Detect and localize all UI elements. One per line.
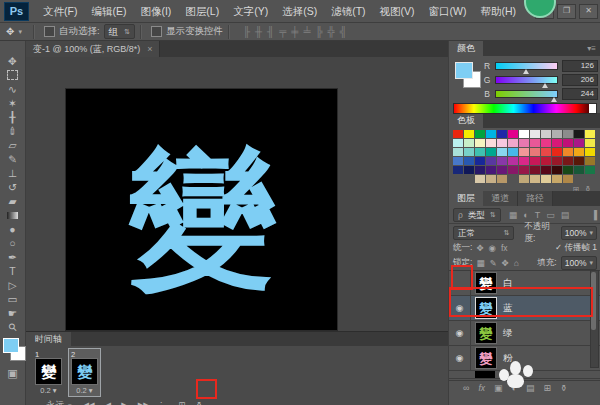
layer-row-绿[interactable]: ◉變绿: [449, 321, 600, 346]
auto-select-dropdown[interactable]: 组 ⇅: [104, 24, 135, 39]
align-icon-1[interactable]: ╫: [255, 26, 262, 37]
lock-icon-3[interactable]: ⌂: [514, 258, 519, 268]
color-swatch[interactable]: [497, 166, 507, 174]
color-swatch[interactable]: [585, 166, 595, 174]
foreground-color-swatch[interactable]: [455, 62, 473, 79]
layer-row-蓝[interactable]: ◉變蓝: [449, 296, 600, 321]
color-swatch[interactable]: [464, 139, 474, 147]
color-swatch[interactable]: [563, 130, 573, 138]
color-swatch[interactable]: [486, 148, 496, 156]
channel-slider-g[interactable]: [495, 76, 558, 84]
color-swatch[interactable]: [486, 157, 496, 165]
menu-item-滤[interactable]: 滤镜(T): [324, 0, 372, 22]
color-swatch[interactable]: [453, 139, 463, 147]
filter-kind-icon-2[interactable]: T: [535, 210, 541, 220]
link-layers-icon[interactable]: ∞: [463, 383, 469, 393]
color-swatch[interactable]: [464, 175, 474, 183]
menu-item-图[interactable]: 图像(I): [133, 0, 178, 22]
move-tool[interactable]: ✥: [3, 54, 22, 68]
color-swatch[interactable]: [497, 175, 507, 183]
color-panel-tab[interactable]: 颜色: [449, 41, 483, 56]
color-swatch[interactable]: [486, 139, 496, 147]
propagate-frame-checkbox[interactable]: ✓ 传播帧 1: [555, 242, 597, 254]
align-icon-6[interactable]: ╠: [315, 26, 322, 37]
color-swatch[interactable]: [464, 148, 474, 156]
filter-kind-icon-3[interactable]: ▭: [546, 210, 555, 220]
new-group-icon[interactable]: ▤: [526, 383, 535, 393]
slider-thumb-icon[interactable]: [523, 69, 529, 74]
color-swatch[interactable]: [453, 130, 463, 138]
frame-delay[interactable]: 0.2 ▾: [71, 386, 98, 395]
first-frame-button[interactable]: ◀◀: [83, 401, 94, 405]
loop-dropdown[interactable]: 永远 ▾: [46, 399, 72, 405]
color-swatch[interactable]: [453, 175, 463, 183]
channel-value-b[interactable]: 244: [562, 88, 598, 100]
adjustment-layer-icon[interactable]: ◐: [512, 383, 517, 393]
color-swatch[interactable]: [530, 157, 540, 165]
color-swatch[interactable]: [508, 130, 518, 138]
align-icon-0[interactable]: ╟: [243, 26, 250, 37]
delete-frame-button[interactable]: ⚱: [195, 401, 201, 405]
timeline-tab[interactable]: 时间轴: [26, 332, 71, 346]
color-swatch[interactable]: [486, 130, 496, 138]
layer-visibility-toggle[interactable]: ◉: [449, 346, 471, 370]
lock-icon-1[interactable]: ✎: [489, 258, 496, 268]
layer-visibility-toggle[interactable]: ◉: [449, 321, 471, 345]
color-swatch[interactable]: [519, 139, 529, 147]
color-swatch[interactable]: [585, 139, 595, 147]
new-layer-icon[interactable]: ⊞: [544, 383, 552, 393]
color-swatch[interactable]: [508, 175, 518, 183]
color-swatch[interactable]: [574, 157, 584, 165]
frame-delay[interactable]: 0.2 ▾: [35, 386, 62, 395]
color-swatch[interactable]: [563, 166, 573, 174]
lock-icon-2[interactable]: ✥: [502, 258, 509, 268]
layer-row-白[interactable]: 變白: [449, 271, 600, 296]
color-swatch[interactable]: [519, 148, 529, 156]
color-swatch[interactable]: [519, 166, 529, 174]
color-swatch[interactable]: [574, 130, 584, 138]
magic-wand-tool[interactable]: ✶: [3, 96, 22, 110]
align-icon-5[interactable]: ╧: [303, 26, 310, 37]
lasso-tool[interactable]: ∿: [3, 82, 22, 96]
animation-frame-1[interactable]: 1變0.2 ▾: [33, 349, 64, 396]
shape-tool[interactable]: ▭: [3, 292, 22, 306]
layers-scrollbar[interactable]: [590, 270, 599, 368]
panel-menu-icon[interactable]: ▾≡: [587, 41, 600, 56]
gradient-tool[interactable]: [3, 208, 22, 222]
unify-icon-0[interactable]: ✥: [476, 243, 483, 253]
color-swatch[interactable]: [519, 175, 529, 183]
slider-thumb-icon[interactable]: [542, 83, 548, 88]
color-swatch[interactable]: [552, 148, 562, 156]
layers-panel-tab-0[interactable]: 图层: [449, 191, 483, 206]
filter-kind-icon-1[interactable]: ◐: [523, 210, 528, 220]
channel-slider-b[interactable]: [495, 90, 558, 98]
filter-kind-icon-4[interactable]: ▤: [561, 210, 570, 220]
color-swatch[interactable]: [464, 166, 474, 174]
menu-item-选[interactable]: 选择(S): [275, 0, 324, 22]
color-swatch[interactable]: [530, 139, 540, 147]
color-swatch[interactable]: [552, 175, 562, 183]
type-tool[interactable]: T: [3, 264, 22, 278]
color-swatch[interactable]: [530, 166, 540, 174]
color-swatch[interactable]: [552, 166, 562, 174]
close-button[interactable]: ✕: [579, 4, 598, 19]
layer-visibility-toggle[interactable]: ◉: [449, 296, 471, 320]
tool-preset-caret-icon[interactable]: ▾: [18, 28, 22, 36]
layer-filter-dropdown[interactable]: ρ 类型 ⇅: [453, 208, 501, 222]
layer-style-icon[interactable]: fx: [478, 383, 485, 393]
channel-value-r[interactable]: 126: [562, 60, 598, 72]
color-swatch[interactable]: [486, 166, 496, 174]
channel-value-g[interactable]: 206: [562, 74, 598, 86]
color-swatch[interactable]: [453, 148, 463, 156]
foreground-color-swatch[interactable]: [3, 338, 19, 353]
color-swatch[interactable]: [541, 166, 551, 174]
color-swatch[interactable]: [497, 139, 507, 147]
color-swatch[interactable]: [541, 175, 551, 183]
delete-layer-icon[interactable]: ⚱: [560, 383, 568, 393]
duplicate-frame-button[interactable]: ⊞: [178, 401, 184, 405]
color-swatch[interactable]: [475, 166, 485, 174]
swatches-panel-tab[interactable]: 色板: [449, 113, 483, 128]
color-swatch[interactable]: [552, 157, 562, 165]
layers-panel-tab-1[interactable]: 通道: [483, 191, 518, 206]
color-swatch[interactable]: [453, 157, 463, 165]
